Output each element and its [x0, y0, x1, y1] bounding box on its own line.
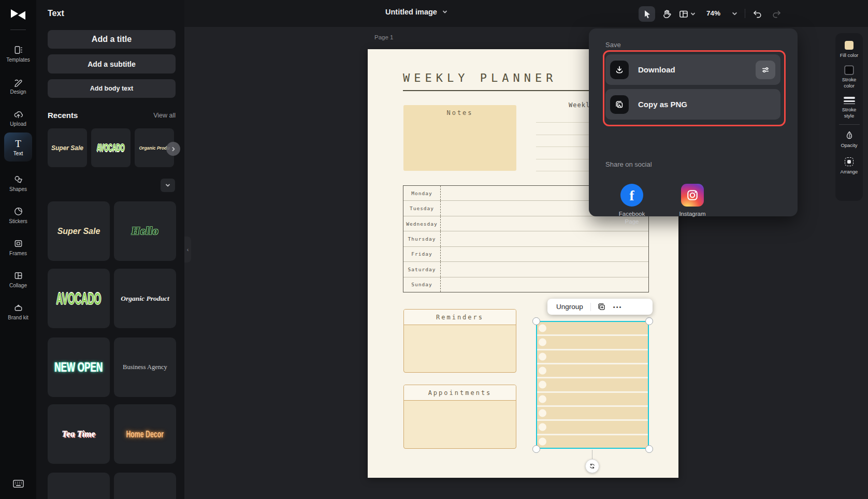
text-style-tile[interactable]: Home Decor	[114, 404, 176, 464]
redo-icon	[771, 8, 783, 20]
day-label: Saturday	[403, 262, 441, 276]
sidebar-label: Shapes	[9, 186, 27, 193]
hand-tool-button[interactable]	[658, 6, 675, 22]
notes-box[interactable]: Notes	[403, 105, 516, 171]
capcut-logo[interactable]	[8, 5, 28, 24]
selection-handle-top-right[interactable]	[645, 317, 653, 325]
text-style-tile[interactable]: Business Agency	[114, 337, 176, 397]
capcut-logo-icon	[9, 6, 27, 23]
text-style-tile[interactable]	[114, 473, 176, 499]
sidebar-label: Templates	[6, 57, 30, 63]
sidebar-item-design[interactable]: Design	[0, 77, 36, 95]
download-settings-button[interactable]	[756, 61, 775, 79]
table-row: Saturday	[403, 261, 648, 276]
sidebar-item-frames[interactable]: Frames	[0, 238, 36, 257]
checklist-row	[537, 364, 648, 377]
text-icon: T	[15, 138, 21, 150]
planner-title[interactable]: WEEKLY PLANNER	[403, 71, 557, 84]
selection-handle-bottom-right[interactable]	[645, 445, 653, 453]
text-style-tile[interactable]: Hello	[114, 201, 176, 261]
right-tool-rail: Fill color Stroke color Stroke style Opa…	[835, 33, 863, 201]
ungroup-button[interactable]: Ungroup	[547, 303, 590, 311]
checklist-bullet	[539, 437, 546, 445]
download-icon-tile	[610, 61, 629, 79]
opacity-button[interactable]: Opacity	[837, 130, 862, 148]
checklist-bullet	[539, 381, 546, 389]
appointments-box[interactable]: Appointments	[403, 385, 516, 449]
stroke-color-button[interactable]: Stroke color	[837, 66, 862, 89]
text-style-tile[interactable]: Organic Product	[114, 269, 176, 328]
download-menu-item[interactable]: Download	[605, 54, 780, 85]
download-icon	[614, 65, 625, 75]
rotate-icon	[588, 462, 596, 470]
day-label: Thursday	[403, 231, 441, 246]
panel-heading: Text	[48, 9, 64, 18]
tool-rail-divider	[839, 124, 860, 125]
day-label: Sunday	[403, 277, 441, 292]
sidebar-label: Stickers	[9, 218, 27, 225]
layout-tool-button[interactable]	[676, 6, 697, 22]
share-facebook-button[interactable]: f Facebook Page	[611, 184, 653, 226]
text-style-tile[interactable]: AVOCADO	[48, 269, 110, 328]
checklist-bullet	[539, 423, 546, 431]
add-title-button[interactable]: Add a title	[48, 30, 176, 49]
view-all-link[interactable]: View all	[153, 112, 176, 119]
zoom-level[interactable]: 74%	[706, 9, 720, 17]
recents-next-button[interactable]	[166, 142, 180, 156]
duplicate-button[interactable]	[597, 302, 606, 311]
day-label: Tuesday	[403, 201, 441, 215]
rotate-connector	[592, 450, 592, 459]
recent-text-style[interactable]: AVOCADO	[91, 128, 131, 167]
text-style-tile[interactable]: NEW OPEN	[48, 337, 110, 397]
share-instagram-button[interactable]: Instagram	[672, 184, 713, 218]
sidebar-item-templates[interactable]: Templates	[0, 45, 36, 63]
checklist-bullet	[539, 367, 546, 375]
sidebar-item-collage[interactable]: Collage	[0, 270, 36, 289]
expand-recents-button[interactable]	[161, 179, 175, 192]
zoom-chevron-icon[interactable]	[732, 11, 737, 17]
text-style-tile[interactable]: Tea Time	[48, 404, 110, 464]
document-title-menu[interactable]: Untitled image	[385, 8, 447, 16]
sidebar-item-brand-kit[interactable]: Brand kit	[0, 302, 36, 321]
selection-handle-top-left[interactable]	[532, 317, 540, 325]
sidebar-item-shapes[interactable]: Shapes	[0, 174, 36, 193]
keyboard-shortcuts-button[interactable]	[12, 479, 24, 491]
copy-as-png-menu-item[interactable]: Copy as PNG	[605, 89, 780, 120]
toolbar-divider	[745, 9, 745, 18]
panel-collapse-handle[interactable]: ‹	[184, 237, 191, 262]
tool-label: Stroke color	[837, 77, 862, 89]
rotate-handle[interactable]	[585, 459, 599, 473]
fill-color-button[interactable]: Fill color	[837, 41, 862, 58]
undo-button[interactable]	[749, 6, 765, 22]
layout-icon	[678, 8, 689, 20]
instagram-glyph	[685, 188, 700, 202]
select-tool-button[interactable]	[639, 6, 655, 22]
tool-label: Fill color	[840, 52, 858, 58]
reminders-box[interactable]: Reminders	[403, 309, 516, 373]
stickers-icon	[13, 206, 24, 217]
facebook-icon: f	[620, 184, 643, 207]
chevron-down-icon	[690, 11, 696, 17]
sidebar-item-text[interactable]: T Text	[4, 133, 32, 162]
arrange-icon	[845, 157, 853, 166]
selected-checklist-element[interactable]	[536, 321, 649, 449]
recent-text-style[interactable]: Super Sale	[48, 128, 87, 167]
redo-button[interactable]	[769, 6, 785, 22]
sidebar-item-stickers[interactable]: Stickers	[0, 206, 36, 225]
text-style-tile[interactable]	[48, 473, 110, 499]
tool-label: Stroke style	[837, 107, 862, 119]
opacity-droplet-icon	[845, 130, 854, 140]
sidebar-label: Brand kit	[6, 315, 30, 321]
text-style-tile[interactable]: Super Sale	[48, 201, 110, 261]
add-body-text-button[interactable]: Add body text	[48, 79, 176, 98]
add-subtitle-button[interactable]: Add a subtitle	[48, 54, 176, 74]
sidebar-item-upload[interactable]: Upload	[0, 109, 36, 127]
instagram-label: Instagram	[679, 210, 705, 218]
stroke-style-button[interactable]: Stroke style	[837, 97, 862, 119]
day-label: Friday	[403, 247, 441, 261]
more-options-button[interactable]: •••	[613, 304, 623, 310]
page-label: Page 1	[374, 34, 393, 40]
selection-handle-bottom-left[interactable]	[532, 445, 540, 453]
arrange-button[interactable]: Arrange	[837, 157, 862, 174]
sidebar-label: Collage	[9, 283, 27, 289]
